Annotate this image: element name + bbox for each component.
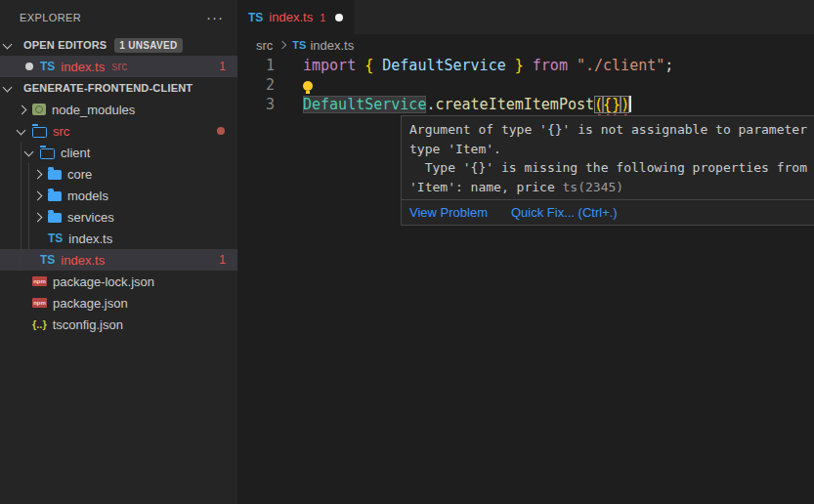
file-label: tsconfig.json — [53, 317, 123, 332]
open-editor-item-index-ts[interactable]: TS index.ts src 1 — [0, 56, 237, 77]
tree-item-tsconfig-json[interactable]: {..}tsconfig.json — [0, 314, 237, 335]
view-problem-link[interactable]: View Problem — [409, 205, 488, 220]
code-token: ; — [664, 57, 673, 74]
workspace-header[interactable]: GENERATE-FRONTEND-CLIENT — [0, 77, 237, 99]
file-label: index.ts — [61, 60, 105, 74]
tree-item-src[interactable]: src — [0, 120, 237, 142]
tree-item-index-ts[interactable]: TSindex.ts1 — [0, 249, 237, 271]
problems-badge: 1 — [219, 253, 226, 267]
code-token: createItemItemPost — [435, 96, 594, 113]
error-hover: Argument of type '{}' is not assignable … — [401, 115, 814, 226]
tree-item-package-lock-json[interactable]: npmpackage-lock.json — [0, 271, 237, 292]
explorer-sidebar: EXPLORER ··· OPEN EDITORS 1 UNSAVED TS i… — [0, 0, 237, 504]
file-label: services — [67, 210, 114, 225]
chevron-down-icon — [4, 86, 19, 91]
file-path-hint: src — [111, 60, 127, 73]
hover-message-line: 'Item': name, price ts(2345) — [409, 178, 814, 197]
line-content: DefaultService.createItemItemPost({}) — [303, 95, 631, 114]
tab-label: index.ts — [269, 10, 313, 24]
npm-icon: npm — [32, 298, 47, 308]
tab-problems-badge: 1 — [320, 12, 325, 23]
hover-message-line: Argument of type '{}' is not assignable … — [409, 120, 814, 140]
file-label: node_modules — [52, 103, 135, 117]
error-squiggle-token: {} — [603, 96, 621, 113]
tree-item-models[interactable]: models — [0, 185, 237, 206]
breadcrumb-file[interactable]: index.ts — [310, 38, 354, 53]
line-number: 3 — [237, 95, 275, 114]
chevron-down-icon[interactable] — [25, 150, 40, 155]
tab-index-ts[interactable]: TS index.ts 1 — [237, 0, 354, 34]
file-tree: node_modulessrcclientcoremodelsservicesT… — [0, 99, 237, 335]
chevron-right-icon[interactable] — [18, 106, 32, 113]
explorer-title: EXPLORER — [20, 12, 81, 23]
folder-icon — [48, 213, 62, 223]
line-content: import { DefaultService } from "./client… — [303, 56, 673, 75]
tree-item-index-ts[interactable]: TSindex.ts — [0, 228, 237, 249]
file-label: package-lock.json — [53, 274, 154, 289]
code-line-2: 2 — [237, 75, 814, 95]
typescript-icon: TS — [48, 231, 63, 245]
code-token: ( — [594, 96, 603, 113]
file-label: index.ts — [68, 231, 112, 246]
tree-item-node-modules[interactable]: node_modules — [0, 99, 237, 120]
editor-area: TS index.ts 1 src TS index.ts 1import { … — [237, 0, 814, 504]
hover-message-line: Type '{}' is missing the following prope… — [409, 158, 814, 178]
tree-item-services[interactable]: services — [0, 206, 237, 228]
file-label: models — [67, 189, 108, 203]
unsaved-dot-icon[interactable] — [335, 14, 343, 21]
problems-badge: 1 — [219, 60, 226, 73]
chevron-right-icon — [278, 41, 286, 49]
tree-item-core[interactable]: core — [0, 163, 237, 185]
node-modules-folder-icon — [32, 104, 46, 115]
sidebar-title-row: EXPLORER ··· — [0, 0, 237, 34]
hover-message: Argument of type '{}' is not assignable … — [402, 116, 814, 199]
text-cursor — [629, 96, 631, 112]
code-token: "./client" — [577, 57, 664, 74]
json-config-icon: {..} — [32, 318, 47, 330]
more-actions-icon[interactable]: ··· — [206, 9, 224, 25]
breadcrumb-src[interactable]: src — [256, 38, 273, 53]
folder-icon — [48, 170, 62, 180]
chevron-down-icon[interactable] — [18, 129, 32, 134]
chevron-right-icon[interactable] — [33, 214, 48, 221]
typescript-icon: TS — [292, 39, 306, 51]
code-token: ) — [621, 96, 629, 113]
file-label: client — [61, 146, 90, 160]
folder-icon — [48, 191, 62, 201]
lightbulb-icon[interactable] — [303, 81, 313, 91]
line-number: 1 — [237, 56, 275, 75]
code-editor[interactable]: 1import { DefaultService } from "./clien… — [237, 56, 814, 114]
chevron-down-icon — [4, 43, 19, 48]
vscode-window: EXPLORER ··· OPEN EDITORS 1 UNSAVED TS i… — [0, 0, 814, 504]
code-token: DefaultService — [303, 96, 426, 113]
code-token: DefaultService — [382, 57, 505, 74]
open-editors-header[interactable]: OPEN EDITORS 1 UNSAVED — [0, 34, 237, 56]
code-token: { — [364, 57, 382, 74]
code-line-3: 3DefaultService.createItemItemPost({}) — [237, 95, 814, 114]
code-token: } — [506, 57, 524, 74]
tree-item-client[interactable]: client — [0, 142, 237, 163]
folder-open-icon — [40, 148, 55, 159]
unsaved-badge: 1 UNSAVED — [114, 38, 182, 53]
line-content — [303, 75, 313, 95]
code-token: import — [303, 57, 364, 74]
file-label: index.ts — [61, 253, 105, 268]
file-label: src — [53, 124, 69, 139]
hover-message-line: type 'Item'. — [409, 140, 814, 159]
tab-bar: TS index.ts 1 — [237, 0, 814, 34]
code-line-1: 1import { DefaultService } from "./clien… — [237, 56, 814, 75]
npm-icon: npm — [32, 276, 47, 286]
indent-guide — [21, 142, 21, 271]
file-label: core — [67, 167, 92, 182]
indent-guide — [28, 163, 29, 249]
chevron-right-icon[interactable] — [33, 171, 48, 178]
tree-item-package-json[interactable]: npmpackage.json — [0, 292, 237, 314]
quick-fix-link[interactable]: Quick Fix... (Ctrl+.) — [511, 205, 618, 220]
chevron-right-icon[interactable] — [33, 192, 48, 199]
folder-open-icon — [32, 127, 47, 138]
file-label: package.json — [53, 296, 128, 311]
workspace-label: GENERATE-FRONTEND-CLIENT — [23, 82, 193, 94]
typescript-icon: TS — [40, 60, 55, 73]
modified-dot-icon — [25, 63, 33, 70]
typescript-icon: TS — [40, 253, 55, 267]
